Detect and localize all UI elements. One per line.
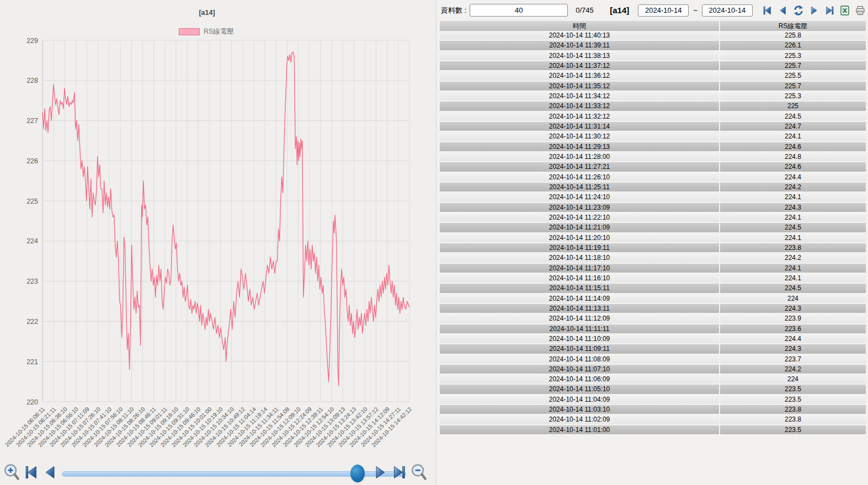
cell-voltage: 224.1 xyxy=(719,274,866,283)
table-row[interactable]: 2024-10-14 11:30:12224.1 xyxy=(440,132,866,142)
channel-tag: [a14] xyxy=(610,6,629,15)
previous-page-icon xyxy=(778,5,789,16)
table-row[interactable]: 2024-10-14 11:35:12225.7 xyxy=(440,82,866,92)
cell-time: 2024-10-14 11:17:10 xyxy=(440,264,719,273)
cell-time: 2024-10-14 11:11:11 xyxy=(440,324,719,333)
table-row[interactable]: 2024-10-14 11:25:11224.2 xyxy=(440,183,866,193)
cell-time: 2024-10-14 11:12:09 xyxy=(440,314,719,323)
cell-voltage: 224.6 xyxy=(719,162,866,171)
y-tick-label: 224 xyxy=(26,237,38,245)
cell-time: 2024-10-14 11:35:12 xyxy=(440,82,719,90)
table-row[interactable]: 2024-10-14 11:04:09223.5 xyxy=(440,395,866,405)
first-button[interactable] xyxy=(23,463,40,482)
table-row[interactable]: 2024-10-14 11:38:13225.3 xyxy=(440,51,866,61)
print-button[interactable] xyxy=(854,4,866,17)
excel-export-button[interactable] xyxy=(839,4,851,17)
table-row[interactable]: 2024-10-14 11:40:13225.8 xyxy=(440,31,866,41)
cell-time: 2024-10-14 11:30:12 xyxy=(440,132,719,141)
previous-button[interactable] xyxy=(42,463,58,482)
zoom-in-button[interactable] xyxy=(3,463,20,482)
cell-voltage: 223.9 xyxy=(719,314,866,323)
table-row[interactable]: 2024-10-14 11:18:10224.2 xyxy=(440,253,866,263)
table-row[interactable]: 2024-10-14 11:36:12225.5 xyxy=(440,71,866,81)
zoom-out-icon xyxy=(411,463,427,481)
table-row[interactable]: 2024-10-14 11:14:09224 xyxy=(440,294,866,304)
table-row[interactable]: 2024-10-14 11:24:10224.1 xyxy=(440,193,866,202)
first-page-button[interactable] xyxy=(762,4,774,17)
table-row[interactable]: 2024-10-14 11:02:09223.8 xyxy=(440,415,866,425)
cell-voltage: 225.3 xyxy=(719,92,866,100)
table-row[interactable]: 2024-10-14 11:01:00223.5 xyxy=(440,425,866,435)
table-row[interactable]: 2024-10-14 11:16:10224.1 xyxy=(440,274,866,284)
y-tick-label: 226 xyxy=(26,157,38,165)
cell-time: 2024-10-14 11:01:00 xyxy=(440,425,719,434)
y-tick-label: 227 xyxy=(26,117,38,125)
next-page-button[interactable] xyxy=(808,4,820,17)
table-row[interactable]: 2024-10-14 11:10:09224.4 xyxy=(440,334,866,344)
table-row[interactable]: 2024-10-14 11:28:00224.8 xyxy=(440,152,866,162)
table-row[interactable]: 2024-10-14 11:31:14224.7 xyxy=(440,122,866,132)
table-row[interactable]: 2024-10-14 11:09:11224.3 xyxy=(440,344,866,354)
table-row[interactable]: 2024-10-14 11:20:10224.1 xyxy=(440,233,866,243)
cell-voltage: 225 xyxy=(719,102,866,110)
cell-voltage: 224 xyxy=(719,294,866,303)
table-row[interactable]: 2024-10-14 11:11:11223.6 xyxy=(440,324,866,334)
cell-time: 2024-10-14 11:22:10 xyxy=(440,213,719,222)
table-row[interactable]: 2024-10-14 11:37:12225.7 xyxy=(440,61,866,71)
table-row[interactable]: 2024-10-14 11:03:10223.8 xyxy=(440,405,866,415)
column-header-time[interactable]: 時間 xyxy=(440,21,719,31)
previous-page-button[interactable] xyxy=(777,4,789,17)
table-row[interactable]: 2024-10-14 11:26:10224.4 xyxy=(440,173,866,183)
table-row[interactable]: 2024-10-14 11:08:09223.7 xyxy=(440,355,866,365)
cell-voltage: 226.1 xyxy=(719,41,866,50)
table-row[interactable]: 2024-10-14 11:05:10223.5 xyxy=(440,385,866,395)
cell-time: 2024-10-14 11:04:09 xyxy=(440,395,719,404)
table-row[interactable]: 2024-10-14 11:17:10224.1 xyxy=(440,264,866,274)
table-row[interactable]: 2024-10-14 11:29:13224.6 xyxy=(440,142,866,152)
column-header-voltage[interactable]: RS線電壓 xyxy=(719,21,866,31)
refresh-button[interactable] xyxy=(792,4,805,17)
table-row[interactable]: 2024-10-14 11:34:12225.3 xyxy=(440,92,866,102)
table-row[interactable]: 2024-10-14 11:22:10224.1 xyxy=(440,213,866,223)
cell-voltage: 224.3 xyxy=(719,344,866,353)
next-button[interactable] xyxy=(372,463,388,482)
timeline-slider-handle[interactable] xyxy=(350,465,365,482)
cell-time: 2024-10-14 11:29:13 xyxy=(440,142,719,151)
table-row[interactable]: 2024-10-14 11:15:11224.5 xyxy=(440,284,866,294)
last-button[interactable] xyxy=(391,463,407,482)
cell-voltage: 224.1 xyxy=(719,193,866,201)
cell-voltage: 224.6 xyxy=(719,142,866,151)
cell-voltage: 224.8 xyxy=(719,152,866,161)
legend-label: RS線電壓 xyxy=(204,27,234,36)
date-to-input[interactable] xyxy=(702,4,753,17)
date-from-input[interactable] xyxy=(638,4,689,17)
toolbar: 資料數 : 0/745 [a14] ~ xyxy=(436,0,868,20)
data-panel: 資料數 : 0/745 [a14] ~ xyxy=(436,0,868,485)
cell-time: 2024-10-14 11:38:13 xyxy=(440,51,719,60)
table-row[interactable]: 2024-10-14 11:13:11224.3 xyxy=(440,304,866,314)
last-page-button[interactable] xyxy=(823,4,835,17)
cell-voltage: 224 xyxy=(719,375,866,383)
table-row[interactable]: 2024-10-14 11:21:09224.5 xyxy=(440,223,866,233)
table-row[interactable]: 2024-10-14 11:27:21224.6 xyxy=(440,162,866,172)
table-row[interactable]: 2024-10-14 11:33:12225 xyxy=(440,102,866,111)
cell-voltage: 223.8 xyxy=(719,415,866,424)
table-row[interactable]: 2024-10-14 11:39:11226.1 xyxy=(440,41,866,51)
table-row[interactable]: 2024-10-14 11:07:10224.2 xyxy=(440,365,866,375)
y-tick-label: 223 xyxy=(26,278,38,285)
record-count-input[interactable] xyxy=(470,4,568,17)
line-chart: 2292282272262252242232222212202024-10-15… xyxy=(0,0,436,462)
zoom-out-button[interactable] xyxy=(411,463,427,482)
y-tick-label: 229 xyxy=(26,37,38,45)
table-row[interactable]: 2024-10-14 11:12:09223.9 xyxy=(440,314,866,324)
table-row[interactable]: 2024-10-14 11:23:09224.3 xyxy=(440,203,866,213)
last-page-icon xyxy=(824,5,835,16)
cell-time: 2024-10-14 11:13:11 xyxy=(440,304,719,313)
table-row[interactable]: 2024-10-14 11:32:12224.5 xyxy=(440,112,866,122)
next-page-icon xyxy=(808,5,819,16)
cell-time: 2024-10-14 11:27:21 xyxy=(440,162,719,171)
table-row[interactable]: 2024-10-14 11:19:11223.8 xyxy=(440,243,866,253)
table-row[interactable]: 2024-10-14 11:06:09224 xyxy=(440,375,866,385)
cell-time: 2024-10-14 11:15:11 xyxy=(440,284,719,292)
chart-controls xyxy=(0,462,436,485)
